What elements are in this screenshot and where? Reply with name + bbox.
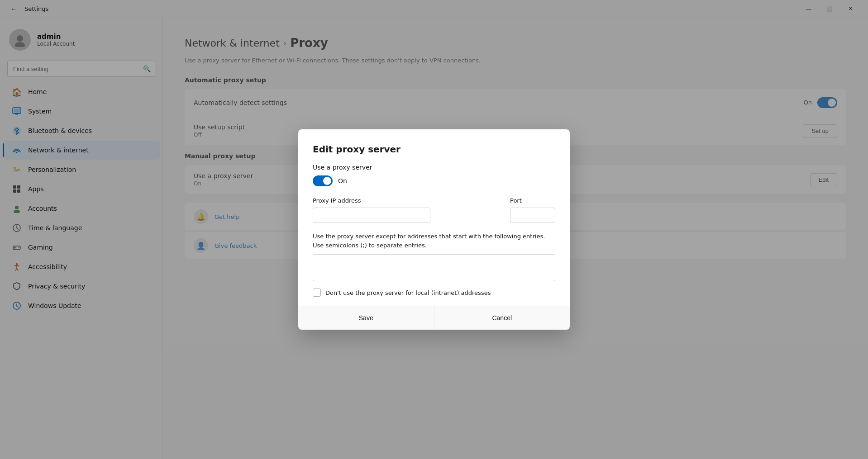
proxy-ip-field: Proxy IP address — [313, 197, 503, 223]
exceptions-input[interactable] — [313, 254, 555, 281]
checkbox-row: Don't use the proxy server for local (in… — [313, 289, 555, 297]
edit-proxy-dialog: Edit proxy server Use a proxy server On … — [298, 129, 570, 330]
dialog-title: Edit proxy server — [313, 144, 555, 155]
app-body: admin Local Account 🔍 🏠 Home — [0, 18, 868, 459]
proxy-ip-input[interactable] — [313, 208, 430, 223]
checkbox-label: Don't use the proxy server for local (in… — [325, 289, 491, 296]
dialog-body: Edit proxy server Use a proxy server On … — [298, 129, 570, 297]
proxy-toggle-state: On — [338, 177, 347, 185]
local-checkbox[interactable] — [313, 289, 321, 297]
port-input[interactable] — [510, 208, 555, 223]
dialog-hint: Use the proxy server except for addresse… — [313, 232, 555, 250]
dialog-fields-row: Proxy IP address Port — [313, 197, 555, 223]
port-label: Port — [510, 197, 555, 204]
proxy-ip-label: Proxy IP address — [313, 197, 503, 204]
use-proxy-label: Use a proxy server — [313, 164, 555, 171]
port-field: Port — [510, 197, 555, 223]
proxy-toggle[interactable] — [313, 175, 333, 186]
modal-overlay: Edit proxy server Use a proxy server On … — [0, 0, 868, 459]
dialog-toggle-row: On — [313, 175, 555, 186]
save-button[interactable]: Save — [298, 306, 434, 330]
dialog-footer: Save Cancel — [298, 306, 570, 330]
cancel-button[interactable]: Cancel — [434, 306, 570, 330]
